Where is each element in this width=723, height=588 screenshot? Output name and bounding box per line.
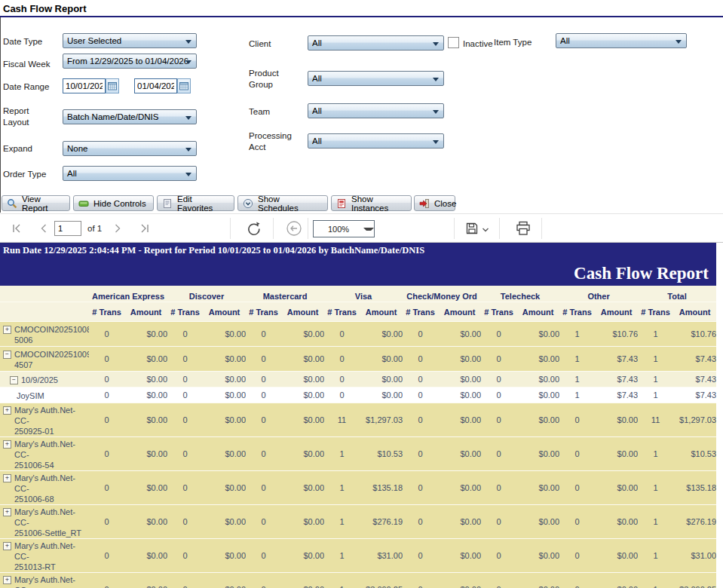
- row-label: Mary's Auth.Net-CC- 251017-RT: [14, 574, 89, 588]
- amount-cell: $1,297.03: [360, 403, 403, 437]
- amount-cell: $0.00: [281, 539, 324, 573]
- previous-page-button[interactable]: [36, 221, 51, 236]
- trans-header: # Trans: [638, 302, 673, 322]
- expand-icon[interactable]: +: [3, 542, 11, 550]
- row-label-wrap: +Mary's Auth.Net-CC- 251006-68: [0, 471, 89, 504]
- page-title: Cash Flow Report: [3, 3, 87, 14]
- amount-cell: $0.00: [438, 387, 481, 403]
- trans-cell: 0: [324, 322, 360, 347]
- trans-cell: 0: [559, 573, 595, 588]
- first-page-button[interactable]: [9, 221, 24, 236]
- amount-cell: $0.00: [281, 387, 324, 403]
- client-select[interactable]: All: [308, 35, 444, 51]
- amount-cell: $0.00: [516, 387, 559, 403]
- save-button[interactable]: [464, 221, 479, 236]
- last-page-button[interactable]: [137, 221, 152, 236]
- page-number-input[interactable]: [54, 221, 81, 236]
- view-report-button[interactable]: View Report: [2, 195, 70, 211]
- amount-cell: $0.00: [360, 372, 403, 387]
- product-group-select[interactable]: All: [308, 71, 444, 86]
- trans-cell: 0: [324, 372, 360, 387]
- date-from-input[interactable]: [63, 78, 106, 93]
- close-button[interactable]: Close: [414, 195, 455, 211]
- print-button[interactable]: [515, 220, 532, 237]
- date-type-select[interactable]: User Selected: [63, 33, 197, 48]
- row-label-wrap: +Mary's Auth.Net-CC- 251017-RT: [0, 573, 89, 588]
- order-type-select[interactable]: All: [63, 166, 197, 181]
- expand-icon[interactable]: +: [3, 440, 11, 449]
- team-select[interactable]: All: [308, 103, 444, 118]
- amount-cell: $0.00: [281, 505, 324, 539]
- save-options-chevron-icon[interactable]: [482, 226, 489, 234]
- amount-cell: $31.00: [360, 539, 403, 573]
- edit-favorites-button[interactable]: Edit Favorites: [157, 195, 234, 211]
- amount-header: Amount: [438, 302, 481, 322]
- amount-cell: $0.00: [516, 372, 559, 387]
- expand-select[interactable]: None: [63, 141, 197, 156]
- trans-cell: 1: [638, 437, 673, 471]
- refresh-button[interactable]: [246, 220, 262, 237]
- next-page-button[interactable]: [110, 221, 125, 236]
- amount-cell: $135.18: [360, 471, 403, 505]
- trans-cell: 0: [89, 471, 124, 505]
- report-page: Run Date 12/29/2025 2:04:44 PM - Report …: [0, 243, 716, 588]
- amount-cell: $0.00: [281, 322, 324, 347]
- expand-icon[interactable]: +: [3, 508, 11, 516]
- trans-cell: 0: [481, 372, 516, 387]
- trans-cell: 0: [167, 573, 203, 588]
- amount-cell: $0.00: [438, 322, 481, 347]
- trans-header: # Trans: [89, 302, 124, 322]
- date-to-input[interactable]: [134, 78, 177, 93]
- amount-cell: $0.00: [124, 505, 167, 539]
- zoom-select[interactable]: 100%: [313, 220, 375, 237]
- trans-header: # Trans: [246, 302, 281, 322]
- trans-cell: 0: [246, 505, 281, 539]
- instances-icon: [336, 198, 347, 209]
- trans-cell: 0: [167, 403, 203, 437]
- amount-cell: $0.00: [124, 573, 167, 588]
- item-type-label: Item Type: [494, 37, 532, 48]
- trans-cell: 0: [403, 387, 438, 403]
- trans-cell: 0: [559, 505, 595, 539]
- row-label-cell: +Mary's Auth.Net-CC- 250925-01: [0, 403, 89, 437]
- expand-icon[interactable]: +: [3, 326, 11, 334]
- row-label-cell: +Mary's Auth.Net-CC- 251006-68: [0, 471, 89, 505]
- item-type-select[interactable]: All: [556, 33, 687, 48]
- report-layout-label: Report Layout: [3, 106, 29, 128]
- back-to-parent-button[interactable]: [285, 219, 303, 237]
- fiscal-week-select[interactable]: From 12/29/2025 to 01/04/2026: [63, 54, 197, 69]
- row-label: Mary's Auth.Net-CC- 251006-68: [14, 473, 89, 504]
- trans-cell: 0: [89, 403, 124, 437]
- show-instances-button[interactable]: Show Instances: [331, 195, 412, 211]
- amount-cell: $0.00: [595, 403, 638, 437]
- expand-icon[interactable]: +: [3, 474, 11, 482]
- expand-icon[interactable]: +: [3, 406, 11, 415]
- trans-cell: 0: [324, 347, 360, 372]
- trans-cell: 1: [638, 347, 673, 372]
- report-layout-select[interactable]: Batch Name/Date/DNIS: [63, 109, 197, 124]
- trans-cell: 0: [403, 471, 438, 505]
- amount-cell: $0.00: [595, 471, 638, 505]
- date-to-calendar-button[interactable]: [177, 78, 191, 93]
- amount-cell: $0.00: [595, 573, 638, 588]
- date-type-label: Date Type: [3, 36, 42, 47]
- processing-acct-select[interactable]: All: [308, 133, 444, 149]
- date-from-calendar-button[interactable]: [106, 78, 119, 93]
- expand-icon[interactable]: +: [3, 576, 11, 584]
- chevron-down-icon: [363, 228, 374, 231]
- trans-header: # Trans: [324, 302, 360, 322]
- amount-cell: $10.53: [673, 437, 716, 471]
- inactive-checkbox[interactable]: [448, 37, 459, 48]
- collapse-icon[interactable]: −: [10, 376, 18, 384]
- collapse-icon[interactable]: −: [3, 351, 11, 359]
- show-schedules-button[interactable]: Show Schedules: [237, 195, 328, 211]
- amount-header: Amount: [360, 302, 403, 322]
- trans-cell: 0: [89, 387, 124, 403]
- amount-cell: $0.00: [516, 573, 559, 588]
- corner-header: [0, 286, 89, 302]
- hide-controls-button[interactable]: Hide Controls: [73, 195, 154, 211]
- amount-cell: $0.00: [124, 471, 167, 505]
- trans-cell: 0: [481, 403, 516, 437]
- trans-cell: 0: [167, 387, 203, 403]
- order-type-label: Order Type: [3, 169, 46, 180]
